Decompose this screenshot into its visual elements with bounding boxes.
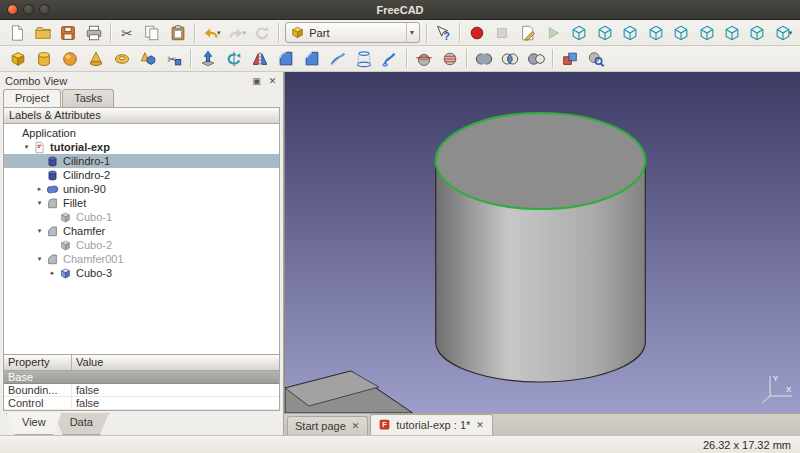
cut-button[interactable]: ✂	[115, 21, 139, 45]
part-cone-button[interactable]	[83, 47, 108, 71]
macro-play-button[interactable]	[541, 21, 565, 45]
property-group-base[interactable]: Base	[4, 371, 279, 384]
expanded-arrow-icon[interactable]: ▾	[34, 199, 45, 207]
view-left-icon	[748, 24, 766, 42]
tree-item-fillet[interactable]: ▾Fillet	[4, 196, 279, 210]
macro-record-button[interactable]	[464, 21, 488, 45]
draw-style-button[interactable]: ▾	[771, 21, 795, 45]
view-right-button[interactable]	[669, 21, 693, 45]
property-column-header[interactable]: Property	[4, 355, 72, 370]
part-mirror-button[interactable]	[247, 47, 272, 71]
new-file-button[interactable]	[5, 21, 29, 45]
workbench-dropdown-icon[interactable]: ▾	[406, 23, 417, 42]
part-extrude-button[interactable]	[195, 47, 220, 71]
whats-this-button[interactable]: ?	[431, 21, 455, 45]
redo-button[interactable]: ▾	[224, 21, 248, 45]
dropdown-arrow-icon[interactable]: ▾	[217, 29, 221, 37]
part-ruled-surface-icon	[329, 50, 347, 68]
macro-stop-button[interactable]	[490, 21, 514, 45]
part-cross-sections-button[interactable]	[437, 47, 462, 71]
tab-tasks[interactable]: Tasks	[62, 89, 114, 107]
dropdown-arrow-icon[interactable]: ▾	[242, 29, 246, 37]
part-boolean-cut-button[interactable]	[523, 47, 548, 71]
view-axonometric-icon	[596, 24, 614, 42]
new-file-icon	[8, 24, 26, 42]
print-button[interactable]	[81, 21, 105, 45]
cubegray-icon	[58, 211, 73, 224]
part-sphere-button[interactable]	[57, 47, 82, 71]
paste-button[interactable]	[166, 21, 190, 45]
tree-item-label: tutorial-exp	[47, 141, 113, 153]
save-button[interactable]	[56, 21, 80, 45]
expanded-arrow-icon[interactable]: ▾	[34, 255, 45, 263]
property-row[interactable]: Controlfalse	[4, 397, 279, 410]
part-chamfer-button[interactable]	[299, 47, 324, 71]
part-cylinder-button[interactable]	[31, 47, 56, 71]
part-box-button[interactable]	[5, 47, 30, 71]
tree-item-chamfer[interactable]: ▾Chamfer	[4, 224, 279, 238]
tab-project[interactable]: Project	[3, 89, 61, 107]
window-maximize-button[interactable]	[39, 4, 50, 15]
expanded-arrow-icon[interactable]: ▾	[21, 143, 32, 151]
refresh-button[interactable]	[250, 21, 274, 45]
part-shapebuilder-button[interactable]: ✂	[161, 47, 186, 71]
doc-tab[interactable]: Ftutorial-exp : 1*✕	[370, 414, 493, 435]
view-axonometric-button[interactable]	[593, 21, 617, 45]
part-check-geometry-button[interactable]	[583, 47, 608, 71]
property-name: Control	[4, 397, 72, 409]
property-row[interactable]: Boundin...false	[4, 384, 279, 397]
part-torus-button[interactable]	[109, 47, 134, 71]
panel-tab-view[interactable]: View	[6, 413, 62, 435]
workbench-selector[interactable]: Part▾	[285, 22, 420, 43]
view-fit-all-button[interactable]	[567, 21, 591, 45]
doc-tab[interactable]: Start page✕	[287, 416, 368, 435]
view-right-icon	[672, 24, 690, 42]
part-boolean-union-button[interactable]	[471, 47, 496, 71]
part-fillet-button[interactable]	[273, 47, 298, 71]
part-primitives-button[interactable]	[135, 47, 160, 71]
part-loft-button[interactable]	[351, 47, 376, 71]
cylinder-solid[interactable]	[436, 113, 646, 382]
part-cylinder-icon	[35, 50, 53, 68]
view-left-button[interactable]	[745, 21, 769, 45]
combo-view-float-button[interactable]: ▣	[250, 74, 263, 87]
expanded-arrow-icon[interactable]: ▾	[34, 227, 45, 235]
cylinder-top-face-selected-edge[interactable]	[436, 113, 646, 209]
part-sweep-button[interactable]	[377, 47, 402, 71]
window-close-button[interactable]	[7, 4, 18, 15]
tree-item-cubo-2[interactable]: Cubo-2	[4, 238, 279, 252]
tree-item-cubo-3[interactable]: ▸Cubo-3	[4, 266, 279, 280]
value-column-header[interactable]: Value	[72, 355, 279, 370]
combo-view-close-button[interactable]: ✕	[266, 74, 279, 87]
part-compound-button[interactable]	[557, 47, 582, 71]
macro-edit-button[interactable]	[515, 21, 539, 45]
viewport-scene[interactable]: Y X	[285, 72, 800, 413]
view-front-button[interactable]	[618, 21, 642, 45]
part-boolean-common-button[interactable]	[497, 47, 522, 71]
tree-item-cubo-1[interactable]: Cubo-1	[4, 210, 279, 224]
tree-item-chamfer001[interactable]: ▾Chamfer001	[4, 252, 279, 266]
tree-item-cilindro-2[interactable]: Cilindro-2	[4, 168, 279, 182]
collapsed-arrow-icon[interactable]: ▸	[34, 185, 45, 193]
tree-item-tutorial-exp[interactable]: ▾tutorial-exp	[4, 140, 279, 154]
view-rear-button[interactable]	[694, 21, 718, 45]
tree-item-application[interactable]: Application	[4, 126, 279, 140]
undo-button[interactable]: ▾	[199, 21, 223, 45]
tree-item-cilindro-1[interactable]: Cilindro-1	[4, 154, 279, 168]
part-ruled-surface-button[interactable]	[325, 47, 350, 71]
view-bottom-button[interactable]	[720, 21, 744, 45]
close-tab-icon[interactable]: ✕	[475, 420, 485, 430]
view-top-button[interactable]	[644, 21, 668, 45]
part-revolve-button[interactable]	[221, 47, 246, 71]
tree-item-union-90[interactable]: ▸union-90	[4, 182, 279, 196]
window-minimize-button[interactable]	[23, 4, 34, 15]
open-file-button[interactable]	[30, 21, 54, 45]
close-tab-icon[interactable]: ✕	[351, 421, 361, 431]
dropdown-arrow-icon[interactable]: ▾	[789, 29, 793, 37]
copy-button[interactable]	[140, 21, 164, 45]
panel-tab-data[interactable]: Data	[54, 413, 109, 435]
part-section-button[interactable]	[411, 47, 436, 71]
part-primitives-icon	[139, 50, 157, 68]
collapsed-arrow-icon[interactable]: ▸	[47, 269, 58, 277]
3d-viewport[interactable]: Y X	[284, 72, 800, 413]
